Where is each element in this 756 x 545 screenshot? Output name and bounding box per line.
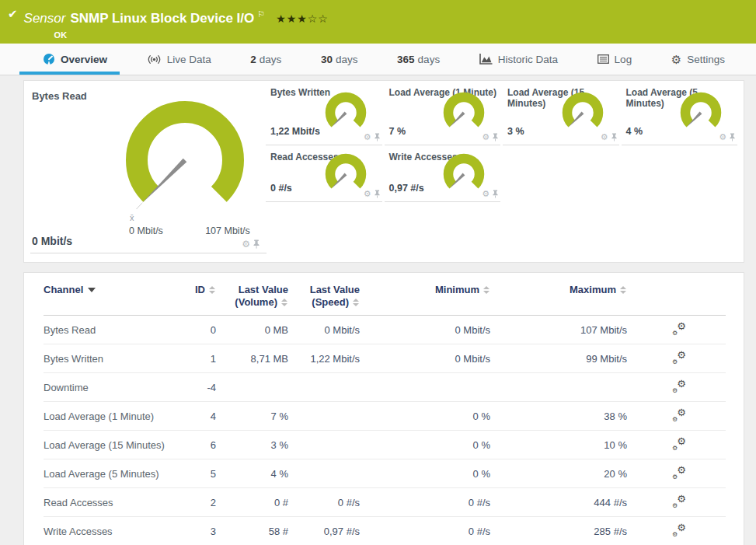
gear-icon[interactable]: ⚙ — [364, 133, 371, 141]
sort-desc-icon — [88, 288, 96, 292]
gauge-title: Bytes Read — [32, 90, 87, 102]
page-title: SNMP Linux Block Device I/O — [70, 11, 254, 26]
small-gauges-grid: Bytes Written 1,22 Mbit/s ⚙ Load Average… — [266, 81, 737, 202]
table-row: Downtime -4 ⚙⚙ — [44, 373, 726, 402]
gear-icon[interactable]: ⚙ — [482, 133, 489, 141]
column-header-channel[interactable]: Channel — [44, 273, 168, 316]
channel-settings-icon[interactable]: ⚙⚙ — [672, 524, 686, 536]
tab-settings[interactable]: ⚙ Settings — [671, 44, 725, 75]
sort-icon — [281, 299, 288, 306]
gauge-tile-write-accesses: Write Accesses 0,97 #/s ⚙ — [385, 145, 501, 202]
flag-icon: ⚐ — [257, 9, 265, 19]
load-average-1-minute-gauge — [440, 91, 488, 135]
gear-icon: ⚙ — [671, 54, 681, 65]
write-accesses-gauge — [440, 152, 488, 196]
bytes-written-gauge — [322, 91, 370, 135]
column-header-last-value-volume[interactable]: Last Value(Volume) — [216, 273, 288, 316]
pin-icon[interactable] — [374, 190, 381, 198]
gauge-icon — [43, 53, 55, 65]
stars-filled: ★★★ — [276, 12, 308, 25]
gear-icon[interactable]: ⚙ — [242, 239, 250, 249]
channel-name: Load Average (15 Minutes) — [44, 431, 168, 459]
channel-settings-icon[interactable]: ⚙⚙ — [672, 409, 686, 421]
channel-settings-icon[interactable]: ⚙⚙ — [672, 495, 686, 508]
table-row: Load Average (1 Minute) 4 7 % 0 % 38 % ⚙… — [44, 402, 726, 431]
pin-icon[interactable] — [253, 239, 260, 249]
gauge-average-marker: x̄ — [130, 213, 134, 222]
tab-overview[interactable]: Overview — [43, 44, 107, 75]
channels-table: Channel ID Last Value(Volume) Last Value… — [44, 273, 726, 545]
table-row: Write Accesses 3 58 # 0,97 #/s 0 #/s 285… — [44, 517, 726, 545]
channel-name: Bytes Read — [44, 316, 168, 344]
sensor-type-label: Sensor — [24, 11, 66, 26]
gauge-current-value: 0 Mbit/s — [32, 235, 72, 247]
historic-data-icon — [479, 54, 493, 65]
channel-settings-icon[interactable]: ⚙⚙ — [672, 466, 686, 479]
gauge-tile-load-average-5-minutes: Load Average (5 Minutes) 4 % ⚙ — [622, 81, 738, 145]
table-row: Load Average (5 Minutes) 5 4 % 0 % 20 % … — [44, 459, 726, 488]
channel-settings-icon[interactable]: ⚙⚙ — [672, 351, 686, 364]
bytes-read-gauge — [111, 92, 259, 224]
sort-icon — [483, 286, 490, 294]
channel-name: Downtime — [44, 373, 168, 402]
column-header-id[interactable]: ID — [168, 273, 216, 316]
table-row: Bytes Read 0 0 MB 0 Mbit/s 0 Mbit/s 107 … — [44, 316, 726, 344]
tab-historic-data[interactable]: Historic Data — [479, 44, 558, 75]
gear-icon[interactable]: ⚙ — [601, 133, 608, 141]
table-row: Read Accesses 2 0 # 0 #/s 0 #/s 444 #/s … — [44, 488, 726, 517]
channel-name: Write Accesses — [44, 517, 168, 545]
gauge-tile-read-accesses: Read Accesses 0 #/s ⚙ — [266, 145, 382, 202]
tab-30-days[interactable]: 30days — [321, 44, 358, 75]
table-row: Load Average (15 Minutes) 6 3 % 0 % 10 %… — [44, 431, 726, 459]
gear-icon[interactable]: ⚙ — [719, 133, 726, 141]
channel-settings-icon[interactable]: ⚙⚙ — [672, 323, 686, 335]
status-badge: OK — [54, 30, 329, 40]
tab-live-data[interactable]: Live Data — [147, 44, 211, 75]
pin-icon[interactable] — [374, 133, 381, 141]
channel-name: Read Accesses — [44, 488, 168, 517]
gear-icon[interactable]: ⚙ — [364, 190, 371, 198]
sort-icon — [353, 299, 360, 306]
tab-365-days[interactable]: 365days — [397, 44, 440, 75]
tab-log[interactable]: Log — [597, 44, 632, 75]
pin-icon[interactable] — [611, 133, 618, 141]
pin-icon[interactable] — [492, 133, 499, 141]
live-data-icon — [147, 54, 162, 65]
prtg-sensor-page: ✔ SensorSNMP Linux Block Device I/O⚐★★★☆… — [0, 0, 756, 545]
gauge-tile-bytes-written: Bytes Written 1,22 Mbit/s ⚙ — [266, 81, 382, 145]
gauge-max-label: 107 Mbit/s — [189, 225, 267, 236]
sort-icon — [209, 286, 216, 294]
load-average-5-minutes-gauge — [677, 91, 725, 135]
channel-name: Load Average (1 Minute) — [44, 402, 168, 431]
gauge-tile-load-average-1-minute: Load Average (1 Minute) 7 % ⚙ — [385, 81, 501, 145]
gauge-tile-load-average-15-minutes: Load Average (15 Minutes) 3 % ⚙ — [503, 81, 619, 145]
channel-settings-icon[interactable]: ⚙⚙ — [672, 380, 686, 393]
sensor-header: ✔ SensorSNMP Linux Block Device I/O⚐★★★☆… — [0, 0, 756, 44]
table-row: Bytes Written 1 8,71 MB 1,22 Mbit/s 0 Mb… — [44, 344, 726, 373]
channels-table-panel: Channel ID Last Value(Volume) Last Value… — [23, 272, 744, 545]
log-icon — [597, 54, 609, 64]
pin-icon[interactable] — [729, 133, 736, 141]
load-average-15-minutes-gauge — [559, 91, 607, 135]
gear-icon[interactable]: ⚙ — [482, 190, 489, 198]
channel-name: Load Average (5 Minutes) — [44, 459, 168, 488]
status-ok-check-icon: ✔ — [8, 7, 18, 21]
priority-stars[interactable]: ★★★☆☆ — [276, 12, 329, 25]
pin-icon[interactable] — [492, 190, 499, 198]
column-header-minimum[interactable]: Minimum — [360, 273, 490, 316]
tab-2-days[interactable]: 2days — [250, 44, 281, 75]
gauges-panel: Bytes Read x̄ 0 Mbit/s 107 Mbit/s 0 Mbit… — [23, 80, 744, 263]
gauge-min-label: 0 Mbit/s — [107, 225, 185, 236]
read-accesses-gauge — [322, 152, 370, 196]
tab-bar: Overview Live Data 2days 30days 365days … — [0, 44, 756, 75]
stars-empty: ☆☆ — [308, 12, 329, 25]
column-header-maximum[interactable]: Maximum — [490, 273, 627, 316]
channel-name: Bytes Written — [44, 344, 168, 373]
gauge-tile-bytes-read: Bytes Read x̄ 0 Mbit/s 107 Mbit/s 0 Mbit… — [24, 81, 265, 253]
column-header-last-value-speed[interactable]: Last Value(Speed) — [288, 273, 360, 316]
sort-icon — [620, 286, 627, 294]
channel-settings-icon[interactable]: ⚙⚙ — [672, 438, 686, 450]
